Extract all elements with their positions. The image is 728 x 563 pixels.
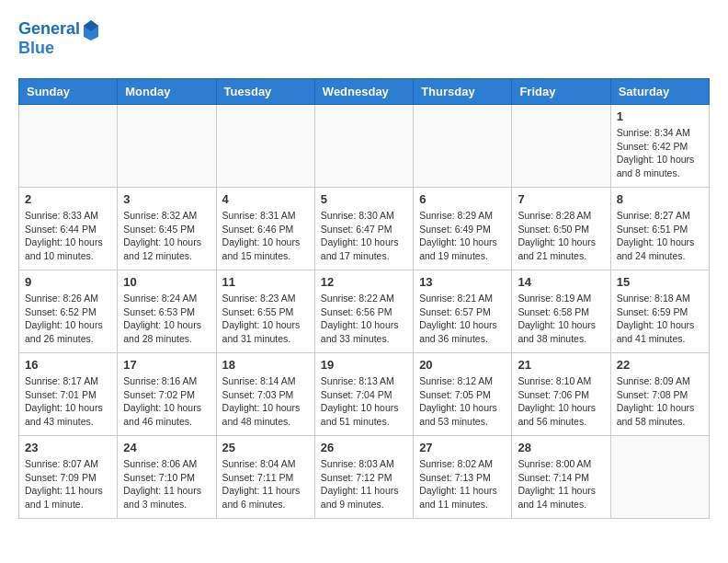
day-info: Sunset: 6:56 PM [321,305,407,319]
day-info: Sunrise: 8:28 AM [518,209,604,223]
day-info: Sunrise: 8:24 AM [123,292,210,305]
day-info: Sunset: 6:50 PM [518,223,604,236]
calendar-cell: 5Sunrise: 8:30 AMSunset: 6:47 PMDaylight… [314,188,413,270]
calendar-cell: 23Sunrise: 8:07 AMSunset: 7:09 PMDayligh… [19,436,118,519]
day-info: Sunrise: 8:30 AM [321,209,407,223]
day-info: Sunset: 7:11 PM [222,471,309,485]
day-info: Sunrise: 8:10 AM [518,374,604,388]
day-info: Sunrise: 8:06 AM [123,457,210,471]
day-info: Sunset: 7:01 PM [25,388,111,402]
day-info: Daylight: 10 hours and 24 minutes. [617,236,703,262]
day-number: 1 [617,109,703,123]
day-number: 18 [222,358,309,372]
day-info: Daylight: 10 hours and 48 minutes. [222,401,309,428]
day-info: Daylight: 10 hours and 19 minutes. [419,236,506,262]
day-number: 17 [123,358,210,372]
calendar-cell: 14Sunrise: 8:19 AMSunset: 6:58 PMDayligh… [512,270,610,353]
day-number: 25 [222,441,309,454]
calendar-cell: 15Sunrise: 8:18 AMSunset: 6:59 PMDayligh… [610,270,709,353]
day-info: Daylight: 11 hours and 14 minutes. [518,484,604,511]
calendar-week-row: 9Sunrise: 8:26 AMSunset: 6:52 PMDaylight… [19,270,710,353]
day-number: 14 [518,275,604,289]
day-number: 5 [321,192,407,206]
day-number: 21 [518,358,604,372]
calendar-cell: 8Sunrise: 8:27 AMSunset: 6:51 PMDaylight… [610,188,709,270]
day-info: Sunrise: 8:12 AM [419,374,506,388]
calendar-week-row: 16Sunrise: 8:17 AMSunset: 7:01 PMDayligh… [19,353,710,436]
calendar-cell: 7Sunrise: 8:28 AMSunset: 6:50 PMDaylight… [512,188,610,270]
calendar-cell: 18Sunrise: 8:14 AMSunset: 7:03 PMDayligh… [216,353,314,436]
day-info: Sunset: 7:02 PM [123,388,210,402]
day-number: 16 [25,358,111,372]
calendar-cell [216,105,314,188]
day-number: 23 [25,441,111,454]
header-friday: Friday [512,79,610,105]
calendar-cell: 9Sunrise: 8:26 AMSunset: 6:52 PMDaylight… [19,270,118,353]
day-info: Sunrise: 8:19 AM [518,292,604,305]
day-info: Sunset: 7:05 PM [419,388,506,402]
day-info: Sunset: 6:55 PM [222,305,309,319]
calendar-cell: 3Sunrise: 8:32 AMSunset: 6:45 PMDaylight… [118,188,216,270]
logo-blue: Blue [18,39,100,58]
calendar-cell: 6Sunrise: 8:29 AMSunset: 6:49 PMDaylight… [414,188,512,270]
calendar-cell [610,436,709,519]
calendar-cell [314,105,413,188]
day-info: Sunset: 6:51 PM [617,223,703,236]
day-number: 22 [617,358,703,372]
day-info: Daylight: 10 hours and 51 minutes. [321,401,407,428]
day-info: Daylight: 10 hours and 33 minutes. [321,318,407,345]
calendar-cell: 26Sunrise: 8:03 AMSunset: 7:12 PMDayligh… [314,436,413,519]
calendar-week-row: 1Sunrise: 8:34 AMSunset: 6:42 PMDaylight… [19,105,710,188]
day-info: Daylight: 10 hours and 53 minutes. [419,401,506,428]
day-info: Sunrise: 8:32 AM [123,209,210,223]
day-info: Sunset: 7:08 PM [617,388,703,402]
header-wednesday: Wednesday [314,79,413,105]
day-info: Daylight: 10 hours and 31 minutes. [222,318,309,345]
calendar-cell [414,105,512,188]
day-number: 6 [419,192,506,206]
day-info: Sunset: 7:09 PM [25,471,111,485]
day-number: 8 [617,192,703,206]
day-info: Daylight: 10 hours and 38 minutes. [518,318,604,345]
day-info: Sunset: 7:12 PM [321,471,407,485]
day-info: Daylight: 10 hours and 43 minutes. [25,401,111,428]
day-info: Daylight: 10 hours and 46 minutes. [123,401,210,428]
day-number: 11 [222,275,309,289]
day-info: Sunrise: 8:34 AM [617,126,703,140]
day-info: Sunset: 7:14 PM [518,471,604,485]
day-info: Sunrise: 8:22 AM [321,292,407,305]
day-info: Daylight: 10 hours and 12 minutes. [123,236,210,262]
day-info: Daylight: 10 hours and 8 minutes. [617,153,703,179]
day-info: Sunset: 7:06 PM [518,388,604,402]
calendar-week-row: 23Sunrise: 8:07 AMSunset: 7:09 PMDayligh… [19,436,710,519]
day-info: Daylight: 11 hours and 1 minute. [25,484,111,511]
day-number: 20 [419,358,506,372]
calendar-cell: 1Sunrise: 8:34 AMSunset: 6:42 PMDaylight… [610,105,709,188]
header-sunday: Sunday [19,79,118,105]
day-number: 13 [419,275,506,289]
day-info: Sunset: 7:04 PM [321,388,407,402]
day-number: 19 [321,358,407,372]
calendar-cell: 28Sunrise: 8:00 AMSunset: 7:14 PMDayligh… [512,436,610,519]
day-info: Daylight: 10 hours and 15 minutes. [222,236,309,262]
day-number: 3 [123,192,210,206]
calendar-cell: 11Sunrise: 8:23 AMSunset: 6:55 PMDayligh… [216,270,314,353]
day-number: 24 [123,441,210,454]
logo: General Blue [18,18,100,58]
day-info: Sunset: 6:45 PM [123,223,210,236]
day-info: Sunrise: 8:14 AM [222,374,309,388]
day-info: Daylight: 11 hours and 6 minutes. [222,484,309,511]
calendar-cell: 17Sunrise: 8:16 AMSunset: 7:02 PMDayligh… [118,353,216,436]
day-info: Daylight: 10 hours and 28 minutes. [123,318,210,345]
day-info: Sunrise: 8:18 AM [617,292,703,305]
day-info: Daylight: 10 hours and 26 minutes. [25,318,111,345]
day-number: 27 [419,441,506,454]
day-info: Sunrise: 8:27 AM [617,209,703,223]
day-info: Sunset: 6:52 PM [25,305,111,319]
calendar-cell: 21Sunrise: 8:10 AMSunset: 7:06 PMDayligh… [512,353,610,436]
calendar-cell: 20Sunrise: 8:12 AMSunset: 7:05 PMDayligh… [414,353,512,436]
calendar-cell: 27Sunrise: 8:02 AMSunset: 7:13 PMDayligh… [414,436,512,519]
day-info: Daylight: 10 hours and 56 minutes. [518,401,604,428]
day-info: Sunset: 7:03 PM [222,388,309,402]
day-info: Sunset: 6:47 PM [321,223,407,236]
